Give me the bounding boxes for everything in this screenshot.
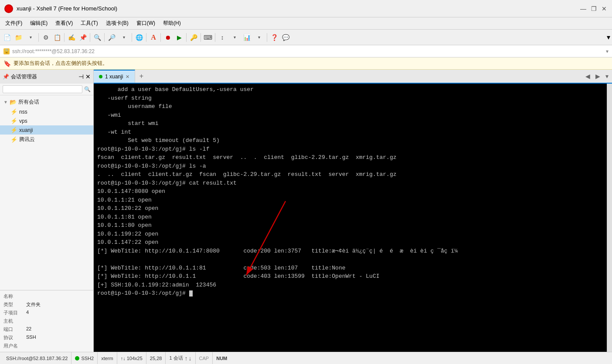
toolbar-zoom-dropdown[interactable]: ▾ xyxy=(118,32,130,43)
tab-next-btn[interactable]: ▶ xyxy=(594,73,602,80)
menu-tools[interactable]: 工具(T) xyxy=(77,19,101,28)
ssh-bar-arrow[interactable]: ▾ xyxy=(606,48,609,54)
toolbar-comment[interactable]: 💬 xyxy=(280,32,291,43)
toolbar-key[interactable]: 🔑 xyxy=(188,32,199,43)
sidebar-tab-area: 📌 会话管理器 ⊣ ✕ xyxy=(0,70,94,84)
tree-item-xuanji[interactable]: ⚡ xuanji xyxy=(0,125,93,135)
toolbar-open[interactable]: 📁 xyxy=(13,32,24,43)
tab-label: 1 xuanji xyxy=(105,74,123,80)
toolbar-copy[interactable]: 📋 xyxy=(52,32,62,43)
toolbar-sep9 xyxy=(201,33,201,42)
menu-window[interactable]: 窗口(W) xyxy=(133,19,159,28)
info-val-protocol: SSH xyxy=(26,334,36,341)
status-protocol-segment: SSH2 xyxy=(71,352,98,364)
search-input[interactable] xyxy=(3,85,82,93)
toolbar-properties[interactable]: ⚙ xyxy=(41,32,51,43)
sidebar-info-panel: 名称 类型 文件夹 子项目 4 主机 端口 22 协议 SSH xyxy=(0,290,93,352)
tree-all-sessions[interactable]: ▼ 📂 所有会话 xyxy=(0,97,93,107)
tree-item-nss[interactable]: ⚡ nss xyxy=(0,107,93,116)
info-key-host: 主机 xyxy=(3,318,24,324)
info-val-subitem: 4 xyxy=(26,310,29,316)
status-encoding-text: xterm xyxy=(101,356,113,361)
tab-prev-btn[interactable]: ◀ xyxy=(584,73,592,80)
toolbar-compose[interactable]: ✍ xyxy=(66,32,77,43)
info-icon: 🔖 xyxy=(3,60,11,67)
info-row-port: 端口 22 xyxy=(0,325,93,334)
status-sessions-text: 1 会话 xyxy=(169,355,183,361)
info-val-port: 22 xyxy=(26,326,31,333)
status-protocol-text: SSH2 xyxy=(81,356,94,361)
toolbar-help[interactable]: ❓ xyxy=(269,32,279,43)
folder-icon: 📂 xyxy=(10,99,17,105)
tab-menu-btn[interactable]: ▾ xyxy=(604,73,610,80)
content-area: 🔍 ▼ 📂 所有会话 ⚡ nss ⚡ vps ⚡ xuanji ⚡ 腾讯云 xyxy=(0,84,612,352)
search-icon[interactable]: 🔍 xyxy=(84,86,91,92)
session-icon-nss: ⚡ xyxy=(10,108,17,115)
minimize-button[interactable]: — xyxy=(580,5,587,12)
terminal-scrollbar[interactable] xyxy=(607,84,612,352)
tree-xuanji-label: xuanji xyxy=(19,127,33,133)
menu-tab[interactable]: 选项卡(B) xyxy=(102,19,132,28)
tree-area: ▼ 📂 所有会话 ⚡ nss ⚡ vps ⚡ xuanji ⚡ 腾讯云 xyxy=(0,95,93,290)
tab-bar: 📌 会话管理器 ⊣ ✕ 1 xuanji ✕ + ◀ ▶ ▾ xyxy=(0,70,612,84)
info-key-user: 用户名 xyxy=(3,343,24,349)
status-dimensions-segment: ↑↓ 104x25 xyxy=(117,352,146,364)
menu-view[interactable]: 查看(V) xyxy=(52,19,76,28)
tree-nss-label: nss xyxy=(19,109,27,115)
toolbar-record[interactable]: ⏺ xyxy=(163,32,173,43)
terminal[interactable]: add a user base DefaultUsers,-usera user… xyxy=(94,84,607,352)
close-button[interactable]: ✕ xyxy=(601,5,608,12)
toolbar-monitor-dropdown[interactable]: ▾ xyxy=(253,32,265,43)
tree-vps-label: vps xyxy=(19,118,27,124)
toolbar-right-arrow[interactable]: ▾ xyxy=(607,33,610,41)
menu-edit[interactable]: 编辑(E) xyxy=(27,19,51,28)
session-icon-tencent: ⚡ xyxy=(10,136,17,143)
toolbar-open-dropdown[interactable]: ▾ xyxy=(24,32,37,43)
status-num-text: NUM xyxy=(216,356,227,361)
toolbar-font[interactable]: A xyxy=(148,32,159,43)
tab-active-dot xyxy=(99,75,102,78)
status-up-btn[interactable]: ↑ xyxy=(185,355,188,362)
info-key-subitem: 子项目 xyxy=(3,310,24,316)
info-row-host: 主机 xyxy=(0,317,93,325)
status-ssh-text: SSH://root@52.83.187.36:22 xyxy=(6,356,68,361)
status-position-text: 25,28 xyxy=(150,356,162,361)
toolbar-sep10 xyxy=(215,33,215,42)
toolbar-sep5 xyxy=(132,33,132,42)
title-bar-controls: — ❐ ✕ xyxy=(580,5,608,12)
tree-item-vps[interactable]: ⚡ vps xyxy=(0,116,93,125)
sidebar-search-bar: 🔍 xyxy=(0,84,93,95)
tab-close-btn[interactable]: ✕ xyxy=(126,74,129,80)
toolbar-transfer[interactable]: ↕ xyxy=(217,32,228,43)
session-icon-vps: ⚡ xyxy=(10,118,17,124)
toolbar-new[interactable]: 📄 xyxy=(2,32,12,43)
status-cap-segment: CAP xyxy=(196,352,213,364)
toolbar-globe[interactable]: 🌐 xyxy=(134,32,144,43)
ssh-address: ssh://root:********@52.83.187.36:22 xyxy=(12,48,95,54)
toolbar-sep6 xyxy=(146,33,146,42)
info-key-port: 端口 xyxy=(3,326,24,333)
toolbar-search[interactable]: 🔍 xyxy=(92,32,102,43)
sidebar-tab-title: 会话管理器 xyxy=(11,73,37,81)
sidebar-close-btn[interactable]: ✕ xyxy=(85,73,91,80)
toolbar-transfer-dropdown[interactable]: ▾ xyxy=(228,32,241,43)
tab-nav: ◀ ▶ ▾ xyxy=(584,70,612,83)
toolbar-keyboard[interactable]: ⌨ xyxy=(203,32,213,43)
toolbar-sep7 xyxy=(160,33,161,42)
toolbar-sep3 xyxy=(90,33,90,42)
sidebar-pin-btn[interactable]: ⊣ xyxy=(78,73,84,80)
status-down-btn[interactable]: ↓ xyxy=(189,355,192,362)
toolbar-paste[interactable]: 📌 xyxy=(78,32,88,43)
lock-icon: 🔒 xyxy=(3,48,10,54)
menu-help[interactable]: 帮助(H) xyxy=(160,19,184,28)
toolbar-monitor[interactable]: 📊 xyxy=(241,32,252,43)
restore-button[interactable]: ❐ xyxy=(590,5,597,12)
tab-add-button[interactable]: + xyxy=(135,70,147,83)
toolbar-zoom[interactable]: 🔎 xyxy=(106,32,117,43)
toolbar-sep2 xyxy=(64,33,65,42)
session-icon-xuanji: ⚡ xyxy=(10,127,17,133)
toolbar-script[interactable]: ▶ xyxy=(174,32,184,43)
tab-xuanji[interactable]: 1 xuanji ✕ xyxy=(94,70,135,83)
menu-file[interactable]: 文件(F) xyxy=(2,19,26,28)
tree-item-tencent[interactable]: ⚡ 腾讯云 xyxy=(0,135,93,145)
